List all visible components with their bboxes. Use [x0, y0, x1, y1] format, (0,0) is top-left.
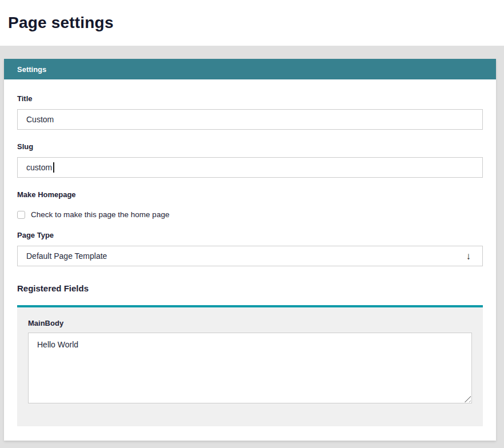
mainbody-textarea-wrap: Hello World — [28, 333, 472, 403]
slug-input-wrap — [17, 157, 483, 178]
page-type-selected-value: Default Page Template — [26, 251, 107, 261]
top-header: Page settings — [0, 0, 504, 46]
title-field-group: Title — [17, 94, 483, 130]
homepage-checkbox-row: Check to make this page the home page — [17, 210, 483, 219]
slug-field-group: Slug — [17, 142, 483, 178]
page-settings-screen: { "page": { "title": "Page settings" }, … — [0, 0, 504, 448]
page-type-select[interactable]: Default Page Template ↓ — [17, 246, 483, 266]
page-title: Page settings — [8, 14, 114, 32]
settings-card-body: Title Slug Make Homepage Check to make t… — [4, 79, 496, 426]
mainbody-label: MainBody — [28, 319, 472, 327]
title-label: Title — [17, 94, 483, 103]
slug-label: Slug — [17, 142, 483, 151]
settings-card-header: Settings — [4, 59, 496, 79]
make-homepage-label: Make Homepage — [17, 190, 483, 199]
slug-input[interactable] — [17, 157, 483, 178]
homepage-field-group: Make Homepage Check to make this page th… — [17, 190, 483, 219]
homepage-checkbox-label: Check to make this page the home page — [31, 210, 169, 219]
title-input[interactable] — [17, 109, 483, 130]
settings-card: Settings Title Slug Make Homepage Check … — [4, 59, 496, 441]
dropdown-arrow-icon: ↓ — [466, 251, 471, 261]
registered-fields-panel: MainBody Hello World — [17, 305, 483, 426]
page-type-field-group: Page Type Default Page Template ↓ — [17, 231, 483, 266]
settings-card-header-label: Settings — [17, 65, 46, 74]
homepage-checkbox[interactable] — [17, 211, 25, 219]
page-type-label: Page Type — [17, 231, 483, 239]
registered-fields-heading: Registered Fields — [17, 283, 483, 293]
mainbody-textarea[interactable]: Hello World — [28, 333, 472, 403]
text-caret — [53, 162, 54, 173]
